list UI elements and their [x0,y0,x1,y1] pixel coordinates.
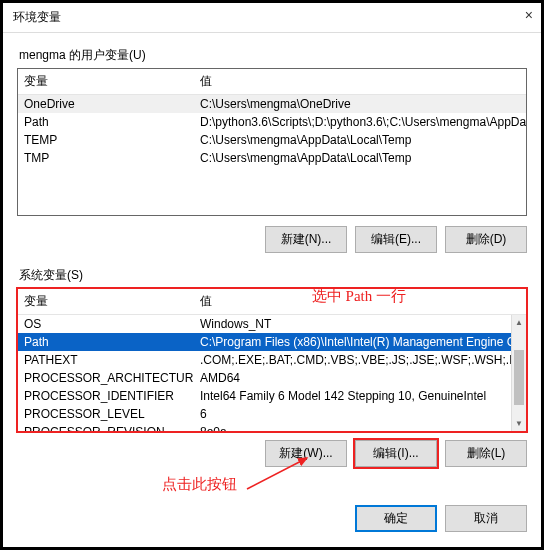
list-body: OneDrive C:\Users\mengma\OneDrive Path D… [18,95,526,215]
list-row-selected[interactable]: Path C:\Program Files (x86)\Intel\Intel(… [18,333,511,351]
scroll-thumb[interactable] [514,350,524,405]
system-vars-label: 系统变量(S) [19,267,527,284]
user-edit-button[interactable]: 编辑(E)... [355,226,437,253]
scrollbar[interactable]: ▲ ▼ [511,315,526,431]
close-icon[interactable]: × [525,7,533,23]
list-row[interactable]: PROCESSOR_REVISION 8e0a [18,423,511,431]
scroll-track[interactable] [512,330,526,416]
cancel-button[interactable]: 取消 [445,505,527,532]
header-val: 值 [194,289,526,314]
scroll-up-icon[interactable]: ▲ [512,315,526,330]
list-row[interactable]: PROCESSOR_ARCHITECTURE AMD64 [18,369,511,387]
titlebar: 环境变量 × [3,3,541,33]
list-row[interactable]: PROCESSOR_IDENTIFIER Intel64 Family 6 Mo… [18,387,511,405]
list-row[interactable]: PROCESSOR_LEVEL 6 [18,405,511,423]
header-val: 值 [194,69,526,94]
system-new-button[interactable]: 新建(W)... [265,440,347,467]
list-row[interactable]: Path D:\python3.6\Scripts\;D:\python3.6\… [18,113,526,131]
list-header: 变量 值 [18,289,526,315]
list-row[interactable]: TMP C:\Users\mengma\AppData\Local\Temp [18,149,526,167]
user-vars-label: mengma 的用户变量(U) [19,47,527,64]
list-row[interactable]: OS Windows_NT [18,315,511,333]
ok-button[interactable]: 确定 [355,505,437,532]
header-var: 变量 [18,69,194,94]
list-row[interactable]: OneDrive C:\Users\mengma\OneDrive [18,95,526,113]
user-vars-list[interactable]: 变量 值 OneDrive C:\Users\mengma\OneDrive P… [17,68,527,216]
list-body: OS Windows_NT Path C:\Program Files (x86… [18,315,526,431]
system-edit-button[interactable]: 编辑(I)... [355,440,437,467]
scroll-down-icon[interactable]: ▼ [512,416,526,431]
list-header: 变量 值 [18,69,526,95]
system-delete-button[interactable]: 删除(L) [445,440,527,467]
user-new-button[interactable]: 新建(N)... [265,226,347,253]
system-vars-list[interactable]: 选中 Path 一行 变量 值 OS Windows_NT Path C:\Pr… [17,288,527,432]
window-title: 环境变量 [13,10,61,24]
user-delete-button[interactable]: 删除(D) [445,226,527,253]
list-row[interactable]: TEMP C:\Users\mengma\AppData\Local\Temp [18,131,526,149]
annotation-click: 点击此按钮 [162,475,237,494]
list-row[interactable]: PATHEXT .COM;.EXE;.BAT;.CMD;.VBS;.VBE;.J… [18,351,511,369]
header-var: 变量 [18,289,194,314]
